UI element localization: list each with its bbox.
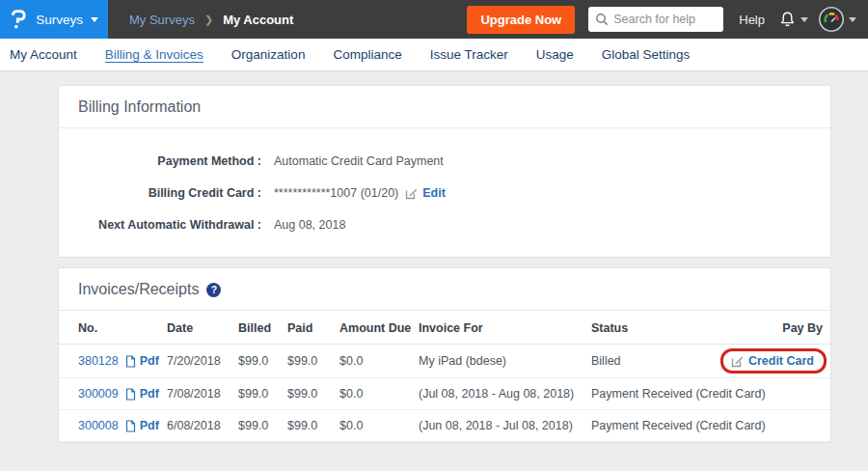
pdf-download-link[interactable]: Pdf	[140, 387, 159, 401]
chevron-down-icon	[849, 17, 856, 22]
billing-credit-card-label: Billing Credit Card :	[78, 186, 261, 200]
pdf-file-icon[interactable]	[125, 388, 136, 401]
column-header-paid: Paid	[287, 311, 339, 345]
invoice-for: (Jul 08, 2018 - Aug 08, 2018)	[419, 378, 591, 410]
payment-method-label: Payment Method :	[78, 154, 261, 168]
next-withdrawal-value: Aug 08, 2018	[274, 218, 345, 232]
edit-credit-card-link[interactable]: Edit	[422, 186, 446, 200]
column-header-no: No.	[59, 311, 167, 345]
invoice-status: Payment Received (Credit Card)	[591, 378, 717, 410]
pay-by-credit-card-link[interactable]: Credit Card	[748, 354, 814, 368]
bell-icon	[778, 11, 797, 29]
search-input[interactable]	[588, 7, 723, 32]
tab-billing-invoices[interactable]: Billing & Invoices	[105, 45, 203, 64]
notifications-button[interactable]	[778, 11, 808, 29]
invoice-date: 6/08/2018	[167, 410, 238, 442]
billing-information-body: Payment Method : Automatic Credit Card P…	[59, 128, 830, 257]
questionpro-logo-icon	[10, 7, 27, 32]
breadcrumb-separator-icon: ❯	[204, 14, 213, 26]
edit-pencil-icon	[405, 187, 418, 200]
invoice-amount-due: $0.0	[339, 410, 419, 442]
top-bar: Surveys My Surveys ❯ My Account Upgrade …	[0, 0, 868, 39]
tab-compliance[interactable]: Compliance	[333, 45, 401, 64]
invoice-paid: $99.0	[287, 378, 339, 410]
invoice-status: Payment Received (Credit Card)	[591, 410, 717, 442]
invoice-row: 380128 Pdf 7/20/2018 $99.0 $99.0 $0.0 My…	[59, 345, 830, 378]
next-withdrawal-row: Next Automatic Withdrawal : Aug 08, 2018	[78, 218, 811, 232]
red-highlight-annotation: Credit Card	[720, 348, 827, 374]
invoices-header-row: No. Date Billed Paid Amount Due Invoice …	[59, 311, 830, 345]
column-header-billed: Billed	[238, 311, 287, 345]
column-header-pay-by: Pay By	[717, 311, 830, 345]
breadcrumb-parent-link[interactable]: My Surveys	[129, 13, 195, 27]
account-tab-bar: My Account Billing & Invoices Organizati…	[0, 39, 868, 71]
invoice-row: 300008 Pdf 6/08/2018 $99.0 $99.0 $0.0 (J…	[59, 410, 830, 442]
column-header-amount-due: Amount Due	[339, 311, 419, 345]
billing-information-card: Billing Information Payment Method : Aut…	[58, 85, 831, 258]
tab-organization[interactable]: Organization	[231, 45, 306, 64]
payment-method-value: Automatic Credit Card Payment	[274, 154, 444, 168]
invoices-receipts-title: Invoices/Receipts	[78, 281, 199, 298]
invoices-table: No. Date Billed Paid Amount Due Invoice …	[59, 311, 830, 442]
billing-credit-card-row: Billing Credit Card : ************1007 (…	[78, 186, 811, 200]
help-search	[588, 7, 723, 32]
invoice-number-link[interactable]: 300009	[78, 387, 119, 401]
help-circle-icon[interactable]: ?	[206, 283, 221, 297]
invoice-billed: $99.0	[238, 410, 287, 442]
invoice-billed: $99.0	[238, 378, 287, 410]
upgrade-now-button[interactable]: Upgrade Now	[467, 6, 575, 34]
invoice-billed: $99.0	[238, 345, 287, 378]
pdf-file-icon[interactable]	[125, 420, 136, 432]
invoice-date: 7/20/2018	[167, 345, 238, 378]
product-menu[interactable]: Surveys	[0, 0, 108, 39]
payment-method-row: Payment Method : Automatic Credit Card P…	[78, 154, 811, 168]
help-link[interactable]: Help	[739, 13, 765, 27]
column-header-invoice-for: Invoice For	[419, 311, 591, 345]
tab-usage[interactable]: Usage	[536, 45, 574, 64]
chevron-down-icon	[91, 17, 98, 22]
invoice-paid: $99.0	[287, 410, 339, 442]
tab-my-account[interactable]: My Account	[10, 45, 77, 64]
breadcrumb-current: My Account	[223, 13, 293, 27]
account-menu[interactable]	[818, 6, 856, 33]
invoice-number-link[interactable]: 300008	[78, 419, 119, 432]
pdf-file-icon[interactable]	[125, 355, 136, 368]
pdf-download-link[interactable]: Pdf	[140, 419, 159, 432]
invoice-status: Billed	[591, 345, 717, 378]
invoice-for: (Jun 08, 2018 - Jul 08, 2018)	[419, 410, 591, 442]
search-icon	[595, 13, 609, 26]
next-withdrawal-label: Next Automatic Withdrawal :	[78, 218, 261, 232]
billing-information-title: Billing Information	[59, 86, 830, 128]
chevron-down-icon	[800, 17, 808, 22]
invoice-amount-due: $0.0	[339, 345, 419, 378]
product-menu-label: Surveys	[36, 13, 83, 27]
invoice-amount-due: $0.0	[339, 378, 419, 410]
tab-issue-tracker[interactable]: Issue Tracker	[430, 45, 508, 64]
invoices-receipts-card: Invoices/Receipts ? No. Date Billed Paid…	[58, 267, 831, 443]
billing-credit-card-value: ************1007 (01/20)	[274, 186, 398, 200]
column-header-date: Date	[167, 311, 238, 345]
column-header-status: Status	[591, 311, 717, 345]
edit-pencil-icon	[731, 355, 744, 368]
top-bar-actions: Upgrade Now Help	[467, 6, 868, 34]
invoice-row: 300009 Pdf 7/08/2018 $99.0 $99.0 $0.0 (J…	[59, 378, 830, 410]
tab-global-settings[interactable]: Global Settings	[602, 45, 691, 64]
invoice-date: 7/08/2018	[167, 378, 238, 410]
avatar	[818, 6, 845, 33]
invoice-paid: $99.0	[287, 345, 339, 378]
invoice-for: My iPad (bdese)	[419, 345, 591, 378]
invoice-number-link[interactable]: 380128	[78, 354, 119, 368]
pdf-download-link[interactable]: Pdf	[140, 354, 159, 368]
breadcrumb: My Surveys ❯ My Account	[129, 13, 293, 27]
